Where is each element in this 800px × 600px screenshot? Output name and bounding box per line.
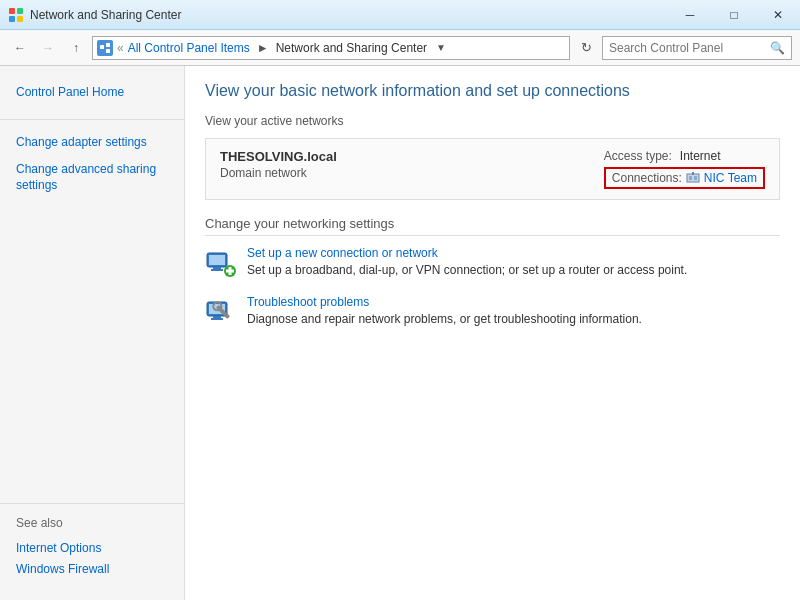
main-container: Control Panel Home Change adapter settin… [0, 66, 800, 600]
sidebar-item-windows-firewall[interactable]: Windows Firewall [16, 559, 168, 580]
network-type: Domain network [220, 166, 337, 180]
breadcrumb-separator-left: « [117, 41, 124, 55]
new-connection-text: Set up a new connection or network Set u… [247, 246, 780, 279]
svg-rect-8 [689, 176, 692, 180]
breadcrumb-arrow: ► [257, 41, 269, 55]
title-bar: Network and Sharing Center ─ □ ✕ [0, 0, 800, 30]
settings-item-troubleshoot: Troubleshoot problems Diagnose and repai… [205, 295, 780, 328]
sidebar: Control Panel Home Change adapter settin… [0, 66, 185, 600]
svg-rect-21 [211, 318, 223, 320]
svg-rect-9 [694, 176, 697, 180]
svg-rect-5 [106, 43, 110, 47]
network-panel: THESOLVING.local Domain network Access t… [205, 138, 780, 200]
window-title: Network and Sharing Center [30, 8, 181, 22]
troubleshoot-text: Troubleshoot problems Diagnose and repai… [247, 295, 780, 328]
access-value: Internet [680, 149, 721, 163]
content-area: View your basic network information and … [185, 66, 800, 600]
svg-rect-1 [17, 8, 23, 14]
close-button[interactable]: ✕ [756, 0, 800, 30]
svg-rect-12 [209, 255, 225, 265]
troubleshoot-desc: Diagnose and repair network problems, or… [247, 312, 642, 326]
sidebar-item-internet-options[interactable]: Internet Options [16, 538, 168, 559]
svg-rect-4 [100, 45, 104, 49]
nic-icon [686, 171, 700, 185]
svg-rect-17 [226, 270, 234, 273]
sidebar-item-change-adapter[interactable]: Change adapter settings [16, 132, 168, 153]
svg-rect-7 [687, 174, 699, 182]
page-title: View your basic network information and … [205, 82, 780, 100]
up-button[interactable]: ↑ [64, 36, 88, 60]
breadcrumb-root[interactable]: All Control Panel Items [128, 41, 250, 55]
sidebar-divider-1 [0, 119, 184, 120]
sidebar-divider-2 [0, 503, 184, 504]
sidebar-main-section: Control Panel Home [0, 78, 184, 111]
breadcrumb-current: Network and Sharing Center [276, 41, 427, 55]
forward-button[interactable]: → [36, 36, 60, 60]
svg-rect-2 [9, 16, 15, 22]
svg-rect-14 [211, 269, 223, 271]
settings-item-new-connection: Set up a new connection or network Set u… [205, 246, 780, 279]
sidebar-spacer [0, 204, 184, 495]
svg-rect-10 [692, 172, 694, 175]
new-connection-desc: Set up a broadband, dial-up, or VPN conn… [247, 263, 687, 277]
search-input[interactable] [609, 41, 770, 55]
change-settings-title: Change your networking settings [205, 216, 780, 236]
network-name: THESOLVING.local [220, 149, 337, 164]
minimize-button[interactable]: ─ [668, 0, 712, 30]
network-info-right: Access type: Internet Connections: NIC T… [604, 149, 765, 189]
window-controls: ─ □ ✕ [668, 0, 800, 30]
new-connection-link[interactable]: Set up a new connection or network [247, 246, 780, 260]
address-icon [97, 40, 113, 56]
access-label: Access type: [604, 149, 672, 163]
network-info-left: THESOLVING.local Domain network [220, 149, 337, 180]
maximize-button[interactable]: □ [712, 0, 756, 30]
connection-link[interactable]: NIC Team [704, 171, 757, 185]
address-dropdown-button[interactable]: ▼ [431, 36, 451, 60]
change-settings-section: Change your networking settings [205, 216, 780, 328]
svg-rect-13 [213, 267, 221, 269]
access-type-row: Access type: Internet [604, 149, 765, 163]
sidebar-network-section: Change adapter settings Change advanced … [0, 128, 184, 204]
sidebar-item-control-panel-home[interactable]: Control Panel Home [16, 82, 168, 103]
app-icon [8, 7, 24, 23]
sidebar-see-also-section: Internet Options Windows Firewall [0, 534, 184, 588]
new-connection-icon [205, 247, 237, 279]
connections-label: Connections: [612, 171, 682, 185]
troubleshoot-icon [205, 296, 237, 328]
search-box: 🔍 [602, 36, 792, 60]
sidebar-item-change-advanced[interactable]: Change advanced sharingsettings [16, 159, 168, 197]
active-networks-label: View your active networks [205, 114, 780, 128]
connections-row: Connections: NIC Team [604, 167, 765, 189]
svg-rect-20 [213, 316, 221, 318]
svg-rect-3 [17, 16, 23, 22]
back-button[interactable]: ← [8, 36, 32, 60]
sidebar-see-also-title: See also [0, 512, 184, 534]
refresh-button[interactable]: ↻ [574, 36, 598, 60]
troubleshoot-link[interactable]: Troubleshoot problems [247, 295, 780, 309]
search-icon: 🔍 [770, 41, 785, 55]
svg-rect-6 [106, 49, 110, 53]
svg-rect-0 [9, 8, 15, 14]
address-box: « All Control Panel Items ► Network and … [92, 36, 570, 60]
address-bar: ← → ↑ « All Control Panel Items ► Networ… [0, 30, 800, 66]
